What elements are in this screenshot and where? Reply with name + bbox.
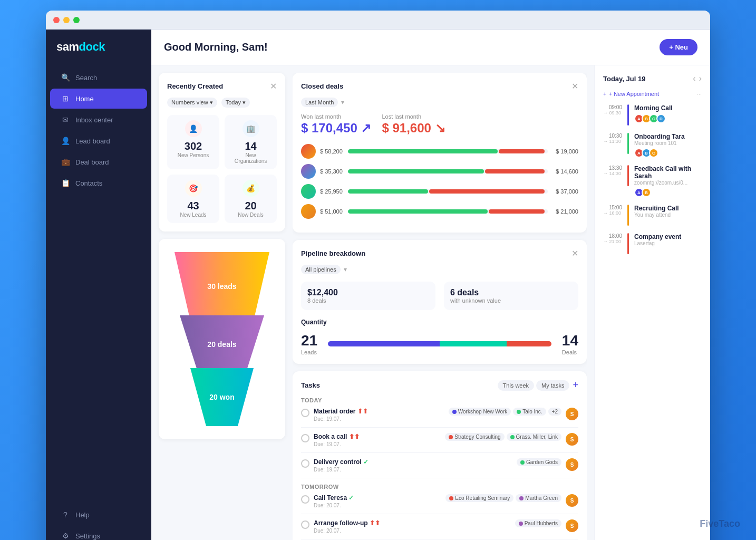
task-tag-grass: Grass. Miller, Link: [507, 433, 561, 441]
qty-bar-fill-blue: [328, 341, 440, 346]
event-subtitle-4: You may attend: [634, 212, 702, 218]
stats-grid: 👤 302 New Persons 🏢 14 New Organizations: [167, 115, 277, 223]
period-select[interactable]: Today ▾: [221, 98, 250, 108]
deal-bar-red-1: [499, 149, 545, 153]
tasks-filter-mine[interactable]: My tasks: [536, 380, 569, 391]
sidebar-item-help[interactable]: ? Help: [50, 505, 147, 525]
event-time-2: 10:30: [603, 133, 622, 139]
task-name-4: Call Teresa ✓: [314, 494, 441, 502]
tag-dot-7: [519, 496, 524, 500]
cal-prev[interactable]: ‹: [693, 74, 695, 83]
browser-dot-yellow[interactable]: [63, 17, 70, 23]
sidebar-label-deal-board: Deal board: [75, 158, 109, 166]
recently-created-close[interactable]: ✕: [270, 81, 277, 91]
cal-next[interactable]: ›: [699, 74, 702, 83]
search-icon: 🔍: [61, 73, 70, 82]
task-checkbox-5[interactable]: [301, 520, 309, 529]
task-name-3: Delivery control ✓: [314, 458, 512, 466]
won-label: Won last month: [301, 113, 371, 120]
tasks-title: Tasks: [301, 381, 320, 389]
priority-icon-5: ⬆⬆: [370, 519, 380, 527]
task-due-2: Due: 19.07.: [314, 441, 441, 447]
pipeline-filter-row: All pipelines ▾: [301, 265, 578, 274]
event-title-4: Recruiting Call: [634, 205, 702, 212]
help-icon: ?: [61, 510, 70, 519]
revenue-lost-block: Lost last month $ 91,600 ↘: [382, 113, 445, 136]
tasks-add-button[interactable]: +: [573, 380, 578, 391]
sidebar-item-lead-board[interactable]: 👤 Lead board: [50, 131, 147, 151]
new-appointment-button[interactable]: + + New Appointment ···: [603, 91, 702, 97]
sidebar-label-home: Home: [75, 95, 94, 103]
task-info-4: Call Teresa ✓ Due: 20.07.: [314, 494, 441, 508]
event-content-5: Company event Lasertag: [634, 233, 702, 246]
app-logo: samdock: [46, 40, 151, 66]
sidebar-item-deal-board[interactable]: 💼 Deal board: [50, 152, 147, 172]
task-tags-4: Eco Retailing Seminary Martha Green: [445, 494, 561, 502]
task-delivery: Delivery control ✓ Due: 19.07. Garden Go…: [301, 458, 578, 478]
event-bar-1: [627, 104, 629, 126]
sidebar: samdock 🔍 Search ⊞ Home ✉ Inbox center 👤: [46, 30, 151, 540]
task-tag-eco: Eco Retailing Seminary: [445, 494, 513, 502]
task-checkbox-4[interactable]: [301, 495, 309, 504]
funnel-card: 30 leads: [159, 239, 285, 439]
task-checkbox-3[interactable]: [301, 459, 309, 468]
browser-dot-green[interactable]: [73, 17, 80, 23]
tag-dot-8: [519, 522, 523, 526]
task-tags-3: Garden Gods: [517, 458, 561, 466]
event-avatars-3: A B: [634, 188, 702, 197]
sidebar-item-contacts[interactable]: 📋 Contacts: [50, 173, 147, 193]
task-due-3: Due: 19.07.: [314, 467, 512, 472]
sidebar-item-inbox[interactable]: ✉ Inbox center: [50, 110, 147, 130]
event-time-1: 09:00: [603, 104, 622, 110]
pipeline-close[interactable]: ✕: [571, 248, 578, 258]
sidebar-label-lead-board: Lead board: [75, 137, 110, 145]
new-button[interactable]: + Neu: [660, 39, 697, 55]
calendar-header: Today, Jul 19 ‹ ›: [603, 74, 702, 83]
sidebar-item-home[interactable]: ⊞ Home: [50, 89, 147, 109]
sidebar-item-settings[interactable]: ⚙ Settings: [50, 526, 147, 540]
browser-titlebar: [46, 11, 710, 30]
pipeline-filter[interactable]: All pipelines: [301, 265, 341, 274]
main-content: Good Morning, Sam! + Neu Recently Create…: [151, 30, 710, 540]
main-panels: Recently Created ✕ Numbers view ▾ Today …: [151, 65, 594, 540]
task-tags-2: Strategy Consulting Grass. Miller, Link: [445, 433, 561, 441]
deal-avatar-2: [301, 164, 316, 179]
panels-row: Recently Created ✕ Numbers view ▾ Today …: [151, 65, 594, 540]
deal-row-3: $ 25,950 $ 37,000: [301, 184, 578, 199]
event-bar-4: [627, 205, 629, 226]
task-tag-garden: Garden Gods: [517, 458, 561, 466]
pipeline-header: Pipeline breakdown ✕: [301, 248, 578, 258]
view-select[interactable]: Numbers view ▾: [167, 98, 217, 108]
recently-created-header: Recently Created ✕: [167, 81, 277, 91]
tasks-filter-week[interactable]: This week: [498, 380, 535, 391]
deal-won-2: $ 35,300: [320, 168, 344, 175]
task-info-2: Book a call ⬆⬆ Due: 19.07.: [314, 433, 441, 447]
leads-qty-block: 21 Leads: [301, 332, 317, 355]
task-name-1: Material order ⬆⬆: [314, 408, 444, 415]
lost-amount: $ 91,600 ↘: [382, 121, 445, 136]
task-due-1: Due: 19.07.: [314, 416, 444, 422]
fivetaco-watermark: FiveTaco: [700, 518, 740, 529]
period-filter[interactable]: Last Month: [301, 98, 338, 107]
event-time-5: 18:00: [603, 233, 622, 239]
quantity-bar: [328, 341, 551, 346]
event-range-1: → 09:30: [603, 110, 622, 115]
deal-bar-green-1: [348, 149, 498, 153]
priority-icon-1: ⬆⬆: [357, 408, 368, 415]
new-appt-more[interactable]: ···: [697, 91, 702, 97]
deal-avatar-3: [301, 184, 316, 199]
event-avatars-2: A B C: [634, 148, 702, 158]
task-checkbox-2[interactable]: [301, 434, 309, 442]
period-dropdown-icon[interactable]: ▾: [341, 99, 344, 106]
task-checkbox-1[interactable]: [301, 409, 309, 417]
deal-bar-1: [348, 149, 548, 153]
deals-value: 20: [245, 200, 256, 212]
sidebar-label-inbox: Inbox center: [75, 116, 113, 124]
browser-dot-red[interactable]: [53, 17, 60, 23]
event-av-3b: B: [642, 188, 651, 197]
event-onboarding: 10:30 → 11:30 Onboarding Tara Meeting ro…: [603, 133, 702, 158]
won-arrow: ↗: [361, 121, 371, 135]
tag-dot-5: [520, 460, 525, 465]
sidebar-item-search[interactable]: 🔍 Search: [50, 68, 147, 88]
closed-deals-close[interactable]: ✕: [571, 81, 578, 91]
